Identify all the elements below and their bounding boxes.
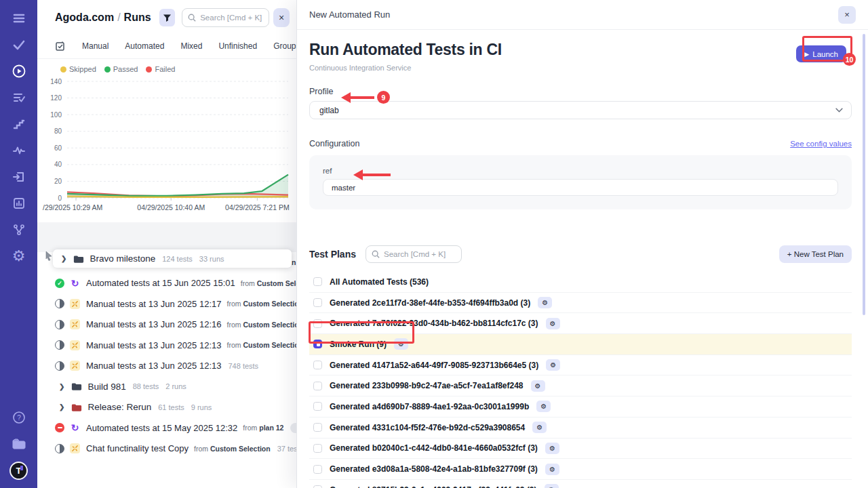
tests-check-icon[interactable] bbox=[9, 36, 29, 54]
tab-unfinished[interactable]: Unfinished bbox=[218, 41, 257, 51]
svg-text:120: 120 bbox=[50, 94, 62, 102]
plan-row[interactable]: Generated 2ce11f7d-38ef-44fe-b353-4f694f… bbox=[309, 293, 852, 314]
run-row[interactable]: Manual tests at 13 Jun 2025 12:16 from C… bbox=[37, 314, 296, 336]
drawer-close-button[interactable]: × bbox=[838, 6, 856, 24]
annotation-box-smoke-run bbox=[309, 321, 414, 344]
svg-text:20: 20 bbox=[54, 178, 62, 185]
svg-text:140: 140 bbox=[50, 78, 62, 85]
folder-row-build981[interactable]: ❯ Build 981 88 tests 2 runs bbox=[37, 376, 296, 397]
all-runs-tab-icon[interactable] bbox=[55, 41, 66, 52]
chevron-right-icon[interactable]: ❯ bbox=[59, 383, 64, 390]
folder-runs-count: 33 runs bbox=[199, 255, 224, 263]
test-gear-badge[interactable]: ⚙test bbox=[290, 423, 296, 433]
plan-gear-button[interactable]: ⚙ bbox=[531, 380, 545, 392]
plan-gear-button[interactable]: ⚙ bbox=[532, 422, 547, 433]
checkbox[interactable] bbox=[313, 361, 322, 369]
test-plans-search-input[interactable] bbox=[384, 250, 456, 258]
annotation-arrow-ref bbox=[353, 169, 391, 180]
plan-row[interactable]: Generated e3d08a1a-5808-42e4-a1ab-81bfe3… bbox=[309, 459, 852, 480]
profile-select[interactable]: gitlab bbox=[309, 101, 852, 119]
checkbox[interactable] bbox=[313, 382, 322, 390]
folder-tests-count: 124 tests bbox=[162, 255, 193, 263]
plan-gear-button[interactable]: ⚙ bbox=[538, 297, 552, 308]
ref-input[interactable] bbox=[323, 179, 838, 196]
breadcrumb-section: Runs bbox=[124, 12, 151, 23]
plan-gear-button[interactable]: ⚙ bbox=[546, 359, 560, 371]
test-plans-list: All Automated Tests (536) Generated 2ce1… bbox=[309, 272, 852, 488]
plan-row[interactable]: Generated 4331c104-f5f2-476e-b92d-c529a3… bbox=[309, 418, 852, 439]
checkbox[interactable] bbox=[313, 402, 322, 411]
checkbox[interactable] bbox=[313, 277, 322, 286]
drawer-header: New Automated Run × bbox=[297, 0, 868, 30]
tab-groups[interactable]: Groups bbox=[273, 41, 296, 51]
profile-label: Profile bbox=[309, 87, 852, 96]
folder-icon bbox=[71, 403, 82, 412]
tab-manual[interactable]: Manual bbox=[82, 41, 108, 51]
branches-icon[interactable] bbox=[9, 221, 29, 239]
user-avatar[interactable]: T bbox=[9, 462, 28, 480]
folder-row-release-rerun[interactable]: ❯ Release: Rerun 61 tests 9 runs bbox=[37, 397, 296, 418]
plan-gear-button[interactable]: ⚙ bbox=[545, 484, 559, 488]
panel-close-button[interactable]: × bbox=[273, 8, 290, 27]
manual-run-icon bbox=[70, 361, 80, 371]
checkbox[interactable] bbox=[313, 465, 322, 474]
projects-folder-icon[interactable] bbox=[9, 435, 29, 453]
help-icon[interactable]: ? bbox=[9, 409, 29, 426]
plan-row[interactable]: Generated a4d690b7-8889-4ae1-92aa-0c3001… bbox=[309, 396, 852, 418]
folder-row-bravo[interactable]: ❯ Bravo milestone 124 tests 33 runs bbox=[53, 249, 292, 268]
svg-text:0: 0 bbox=[58, 195, 62, 202]
plan-row[interactable]: Generated 83715b93-6c1e-4663-9417-ef23a4… bbox=[309, 480, 852, 488]
run-row[interactable]: ↻ Automated tests at 15 May 2025 12:32 f… bbox=[37, 418, 296, 439]
folder-tests-count: 88 tests bbox=[133, 382, 159, 390]
plan-row[interactable]: Generated b02040c1-c442-4db0-841e-4660a0… bbox=[309, 439, 852, 460]
drawer-scrollbar[interactable] bbox=[863, 34, 865, 315]
automated-run-icon: ↻ bbox=[70, 423, 80, 433]
checkbox[interactable] bbox=[313, 298, 322, 307]
analytics-icon[interactable] bbox=[9, 195, 29, 212]
menu-icon[interactable] bbox=[9, 9, 29, 27]
svg-text:?: ? bbox=[17, 414, 21, 422]
runs-play-icon[interactable] bbox=[9, 62, 29, 80]
plan-row[interactable]: Generated 41471a52-a644-49f7-9085-923713… bbox=[309, 355, 852, 376]
plan-gear-button[interactable]: ⚙ bbox=[536, 401, 551, 412]
plan-row[interactable]: All Automated Tests (536) bbox=[309, 272, 852, 293]
plan-gear-button[interactable]: ⚙ bbox=[546, 318, 560, 329]
chevron-right-icon[interactable]: ❯ bbox=[61, 255, 66, 262]
checkbox[interactable] bbox=[313, 485, 322, 488]
run-row[interactable]: Manual tests at 13 Jun 2025 12:13 from C… bbox=[37, 335, 296, 356]
status-passed-icon: ✓ bbox=[55, 279, 64, 288]
failed-dot-icon bbox=[146, 66, 152, 73]
import-icon[interactable] bbox=[9, 168, 29, 186]
legend-passed: Passed bbox=[104, 65, 138, 73]
checkbox[interactable] bbox=[313, 444, 322, 453]
manual-run-icon bbox=[70, 340, 80, 350]
run-row[interactable]: Chat functinality test Copy from Custom … bbox=[37, 439, 296, 460]
run-row[interactable]: Manual tests at 13 Jun 2025 12:17 from C… bbox=[37, 293, 296, 314]
status-partial-icon bbox=[55, 444, 64, 453]
see-config-values-link[interactable]: See config values bbox=[790, 140, 852, 148]
svg-text:04/29/2025 10:40 AM: 04/29/2025 10:40 AM bbox=[137, 203, 205, 211]
run-row[interactable]: Manual tests at 13 Jun 2025 12:13 748 te… bbox=[37, 356, 296, 377]
steps-icon[interactable] bbox=[9, 115, 29, 133]
breadcrumb-project[interactable]: Agoda.com bbox=[55, 12, 114, 23]
run-row[interactable]: ✓ ↻ Automated tests at 15 Jun 2025 15:01… bbox=[37, 273, 296, 294]
checkbox[interactable] bbox=[313, 423, 322, 432]
settings-gear-icon[interactable]: ⚙ bbox=[9, 247, 29, 265]
test-plans-icon[interactable] bbox=[9, 89, 29, 106]
tab-automated[interactable]: Automated bbox=[125, 41, 164, 51]
mouse-cursor-icon bbox=[44, 251, 54, 262]
filter-button[interactable] bbox=[159, 9, 176, 26]
plan-gear-button[interactable]: ⚙ bbox=[545, 464, 559, 475]
status-partial-icon bbox=[55, 320, 64, 329]
folder-icon bbox=[71, 382, 82, 391]
folder-icon bbox=[73, 254, 84, 264]
new-test-plan-button[interactable]: + New Test Plan bbox=[779, 245, 852, 263]
chevron-right-icon[interactable]: ❯ bbox=[59, 403, 64, 411]
tab-mixed[interactable]: Mixed bbox=[180, 41, 202, 51]
search-icon bbox=[188, 14, 196, 22]
svg-text:/29/2025 10:29 AM: /29/2025 10:29 AM bbox=[43, 203, 102, 211]
pulse-icon[interactable] bbox=[9, 142, 29, 159]
plan-row[interactable]: Generated 233b0998-b9c2-47ae-a5cf-7ea1af… bbox=[309, 375, 852, 396]
plan-gear-button[interactable]: ⚙ bbox=[545, 443, 559, 454]
runs-search-input[interactable] bbox=[200, 14, 263, 22]
